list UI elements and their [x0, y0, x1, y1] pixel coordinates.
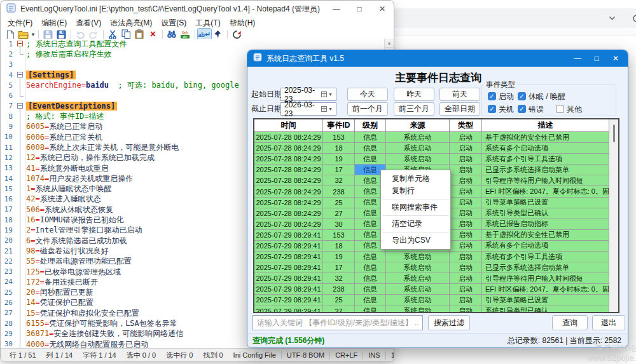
maximize-button[interactable]: □ — [348, 1, 371, 17]
menu-item-0[interactable]: 文件(F) — [3, 18, 37, 29]
last-month-button[interactable]: 前一个月 — [347, 102, 388, 116]
code-text[interactable]: 1=系统从睡眠状态中唤醒 — [26, 184, 111, 194]
line-number[interactable]: 30 — [1, 340, 15, 348]
scrollbar-up-arrow-icon[interactable]: ▲ — [385, 39, 394, 48]
menu-item-6[interactable]: 帮助(H) — [225, 18, 260, 29]
table-cell[interactable]: 启动 — [450, 219, 482, 230]
table-cell[interactable]: 系统启动 — [386, 143, 450, 154]
table-cell[interactable]: 启动 — [450, 175, 482, 186]
last-three-months-button[interactable]: 前三个月 — [394, 102, 434, 116]
menu-item-5[interactable]: 工具(T) — [191, 18, 225, 29]
context-menu-item-4[interactable]: 导出为CSV — [381, 234, 450, 246]
table-cell[interactable]: 系统有多个启动选项 — [482, 143, 609, 154]
code-text[interactable]: 506=系统从休眠状态恢复 — [26, 205, 113, 215]
line-number[interactable]: 17 — [1, 205, 15, 213]
calendar-dropdown-icon[interactable]: ▼ — [321, 91, 333, 97]
table-cell[interactable]: 已显示多系统选择启动菜单 — [482, 165, 609, 175]
column-header-来源[interactable]: 来源 — [386, 119, 450, 132]
table-cell[interactable]: 系统引导类型已确认 — [482, 306, 609, 314]
line-number[interactable]: 3 — [1, 60, 15, 69]
chevron-down-icon[interactable] — [608, 13, 618, 24]
line-number[interactable]: 24 — [1, 278, 15, 286]
table-cell[interactable]: 2025-07-28 08:24:29 — [254, 186, 323, 197]
table-cell[interactable]: 启动 — [450, 208, 482, 219]
context-menu-item-3[interactable]: 清空记录 — [381, 218, 450, 230]
table-cell[interactable]: 已显示多系统选择启动菜单 — [482, 262, 609, 273]
menu-item-3[interactable]: 语法高亮(M) — [106, 18, 156, 29]
code-text[interactable]: 36871=安全连接创建失败，可能影响网络通信 — [26, 328, 183, 339]
code-text[interactable]: 14=凭证保护已配置 — [26, 297, 93, 307]
table-cell[interactable]: 启动 — [450, 295, 482, 306]
line-number[interactable]: 12 — [1, 154, 15, 162]
table-cell[interactable]: 27 — [323, 306, 355, 314]
table-cell[interactable]: 2025-07-28 08:24:29 — [254, 132, 323, 143]
day-before-button[interactable]: 前天 — [439, 88, 480, 101]
line-number[interactable]: 11 — [1, 144, 15, 152]
table-cell[interactable]: 18 — [323, 143, 355, 154]
line-number[interactable]: 13 — [1, 164, 15, 172]
line-number[interactable]: 20 — [1, 236, 15, 245]
line-number[interactable]: 16 — [1, 195, 15, 203]
line-number[interactable]: 27 — [1, 309, 15, 317]
code-text[interactable]: 6=文件系统筛选器已成功加载 — [26, 236, 127, 246]
code-text[interactable]: 16=IOMMU错误报告已初始化 — [26, 215, 124, 225]
table-cell[interactable]: 引导程序等待用户输入时间很短 — [482, 175, 609, 186]
line-number[interactable]: 23 — [1, 267, 15, 276]
table-cell[interactable]: 系统启动 — [386, 262, 450, 273]
table-cell[interactable]: 系统启动 — [386, 154, 450, 165]
table-cell[interactable]: 启动 — [450, 262, 482, 273]
table-cell[interactable]: 2025-07-29 08:29:41 — [254, 241, 323, 252]
table-cell[interactable]: 27 — [323, 208, 355, 219]
table-cell[interactable]: 25 — [323, 198, 355, 208]
table-cell[interactable]: 19 — [323, 154, 355, 165]
minimize-button[interactable]: — — [325, 1, 348, 17]
context-menu-item-1[interactable]: 复制行 — [381, 185, 450, 197]
table-cell[interactable]: 信息 — [355, 154, 386, 165]
table-cell[interactable]: 引导程序等待用户输入时间很短 — [482, 273, 609, 284]
line-number[interactable]: 6 — [1, 91, 15, 100]
line-number[interactable]: 29 — [1, 330, 15, 338]
table-cell[interactable]: 2025-07-28 08:24:29 — [254, 154, 323, 165]
table-cell[interactable]: 启动 — [450, 143, 482, 154]
checkbox-启动[interactable]: ✓ — [488, 92, 496, 100]
table-cell[interactable]: 2025-07-29 08:29:41 — [254, 284, 323, 295]
table-cell[interactable]: 19 — [323, 252, 355, 262]
table-cell[interactable]: 启动 — [450, 306, 482, 314]
line-number[interactable]: 8 — [1, 112, 15, 121]
code-text[interactable]: 6155=凭证保护可能受影响，LSA包签名异常 — [26, 318, 177, 328]
code-text[interactable]: 2=Intel管理引擎接口驱动已启动 — [26, 225, 142, 235]
start-date-input[interactable]: 2025-03-23 ▼ — [280, 88, 336, 101]
code-text[interactable]: [Settings] — [26, 70, 76, 80]
line-number[interactable]: 5 — [1, 81, 15, 90]
table-cell[interactable]: 启动 — [450, 132, 482, 143]
table-cell[interactable]: 153 — [323, 132, 355, 143]
line-number[interactable]: 2 — [1, 50, 15, 58]
fold-collapse-icon[interactable] — [15, 70, 26, 80]
table-cell[interactable]: 2025-07-28 08:24:29 — [254, 143, 323, 154]
table-cell[interactable]: 系统有多个引导工具选项 — [482, 252, 609, 262]
code-text[interactable]: 6006=系统已正常关机 — [26, 132, 102, 142]
search-filter-button[interactable]: 搜索过滤 — [428, 315, 470, 330]
table-cell[interactable]: 启动 — [450, 241, 482, 252]
table-cell[interactable]: 系统启动 — [386, 284, 450, 295]
today-button[interactable]: 今天 — [347, 88, 388, 101]
table-cell[interactable]: 32 — [323, 175, 355, 186]
scrollbar-thumb[interactable] — [613, 125, 615, 142]
code-text[interactable]: 12=系统已启动，操作系统已加载完成 — [26, 152, 155, 163]
close-button[interactable]: ✕ — [371, 1, 394, 17]
table-cell[interactable]: 2025-07-28 08:24:29 — [254, 175, 323, 186]
dialog-minimize-button[interactable]: — — [568, 50, 587, 67]
column-header-时间[interactable]: 时间 — [254, 119, 323, 132]
table-cell[interactable]: 启动 — [450, 284, 482, 295]
end-date-input[interactable]: 2026-03-23 ▼ — [280, 102, 336, 116]
table-cell[interactable]: 2025-07-28 08:24:29 — [254, 208, 323, 219]
line-number[interactable]: 14 — [1, 175, 15, 183]
code-text[interactable]: 6008=系统上次未正常关机，可能是意外断电 — [26, 142, 179, 152]
table-cell[interactable]: 系统已报告启动指标 — [482, 219, 609, 230]
table-cell[interactable]: 启动 — [450, 273, 482, 284]
open-dropdown-icon[interactable]: ▼ — [31, 32, 36, 37]
table-cell[interactable]: 2025-07-28 08:24:29 — [254, 165, 323, 175]
table-cell[interactable]: 25 — [323, 295, 355, 306]
line-number[interactable]: 9 — [1, 123, 15, 131]
table-cell[interactable]: 17 — [323, 262, 355, 273]
